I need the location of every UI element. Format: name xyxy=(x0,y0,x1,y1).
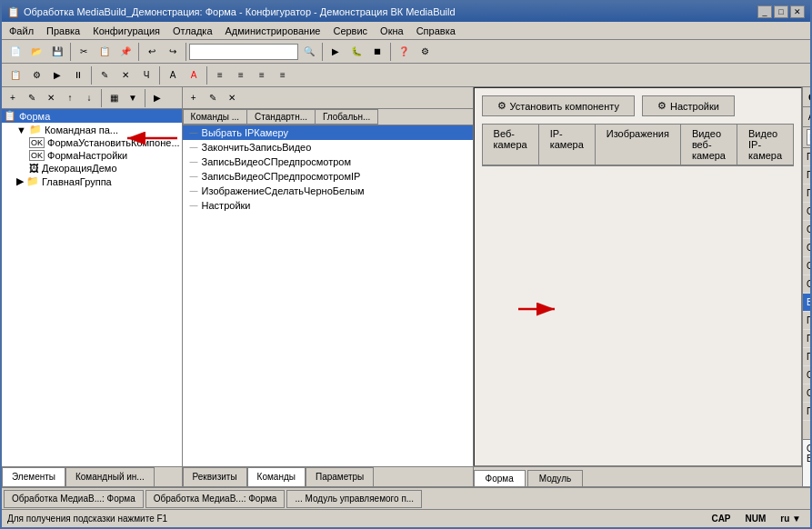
toolbar2-btn1[interactable]: 📋 xyxy=(5,65,25,85)
taskbar-btn-3[interactable]: ... Модуль управляемого п... xyxy=(286,490,422,508)
menu-service[interactable]: Сервис xyxy=(327,23,373,39)
form-tab-ipcam[interactable]: IP-камера xyxy=(539,124,596,165)
menu-debug[interactable]: Отладка xyxy=(167,23,217,39)
toolbar-search-input[interactable] xyxy=(189,44,298,60)
form-tab-webcam[interactable]: Веб-камера xyxy=(482,124,539,165)
toolbar-new[interactable]: 📄 xyxy=(5,42,25,62)
tab-form[interactable]: Форма xyxy=(474,470,526,486)
toolbar-copy[interactable]: 📋 xyxy=(95,42,115,62)
minimize-button[interactable]: _ xyxy=(757,5,772,18)
menu-admin[interactable]: Администрирование xyxy=(220,23,326,39)
toolbar2-btn7[interactable]: Ч xyxy=(136,65,156,85)
form-btn-install-icon: ⚙ xyxy=(497,100,506,112)
toolbar-undo[interactable]: ↩ xyxy=(142,42,162,62)
cmd-add-btn[interactable]: + xyxy=(185,90,203,106)
menu-help[interactable]: Справка xyxy=(411,23,461,39)
cmd-item-settings[interactable]: — Настройки xyxy=(183,198,473,213)
cmd-item-bw[interactable]: — ИзображениеСделатьЧерноБелым xyxy=(183,184,473,198)
toolbar-stop[interactable]: ⏹ xyxy=(367,42,387,62)
toolbar-paste[interactable]: 📌 xyxy=(115,42,135,62)
toolbar-redo[interactable]: ↪ xyxy=(163,42,183,62)
cmd-item-stop-video[interactable]: — ЗакончитьЗаписьВидео xyxy=(183,140,473,155)
toolbar2-btn6[interactable]: ✕ xyxy=(115,65,135,85)
tree-item-forma[interactable]: 📋 Форма xyxy=(2,109,182,123)
toolbar2-align1[interactable]: ≡ xyxy=(210,65,230,85)
tree-add-btn[interactable]: + xyxy=(4,90,22,106)
toolbar-save[interactable]: 💾 xyxy=(47,42,67,62)
toolbar-search-btn[interactable]: 🔍 xyxy=(299,42,319,62)
tab-commands[interactable]: Команды xyxy=(247,467,306,486)
toolbar-extra2[interactable]: ⚙ xyxy=(415,42,435,62)
props-description: Обработка события от внешнего компонента… xyxy=(803,439,810,486)
prop-row-6: ОбработкаЗаписи ▼ 🔍 xyxy=(803,257,810,275)
tree-edit-btn[interactable]: ✎ xyxy=(23,90,41,106)
prop-row-11: ПриЗагрузкеДанн ▼ 🔍 xyxy=(803,348,810,366)
toolbar2-btn5[interactable]: ✎ xyxy=(95,65,115,85)
toolbar2-align3[interactable]: ≡ xyxy=(252,65,272,85)
tree-toolbar: + ✎ ✕ ↑ ↓ ▦ ▼ ▶ xyxy=(2,87,182,109)
toolbar2-btn2[interactable]: ⚙ xyxy=(26,65,46,85)
tab-requisites[interactable]: Реквизиты xyxy=(183,467,247,486)
tree-delete-btn[interactable]: ✕ xyxy=(42,90,60,106)
form-tab-images[interactable]: Изображения xyxy=(596,124,681,165)
tree-extra-btn[interactable]: ▶ xyxy=(148,90,166,106)
tree-item-forma-set[interactable]: OK ФормаУстановитьКомпоне... xyxy=(2,136,182,149)
tab-elements[interactable]: Элементы xyxy=(2,467,65,486)
cmd-tab-btn-commands[interactable]: Команды ... xyxy=(183,109,247,125)
form-btn-install-label: Установить компоненту xyxy=(510,101,619,112)
close-button[interactable]: ✕ xyxy=(790,5,805,18)
menu-windows[interactable]: Окна xyxy=(375,23,409,39)
window-title: Обработка MediaBuild_Демонстрация: Форма… xyxy=(24,6,456,17)
taskbar-label-2: Обработка МедиаB...: Форма xyxy=(154,494,277,504)
toolbar2-align4[interactable]: ≡ xyxy=(273,65,293,85)
taskbar-btn-2[interactable]: Обработка МедиаB...: Форма xyxy=(145,490,286,508)
cmd-item-select-ip[interactable]: — Выбрать IPКамеру xyxy=(183,125,473,140)
tree-up-btn[interactable]: ↑ xyxy=(61,90,79,106)
tree-down-btn[interactable]: ↓ xyxy=(80,90,98,106)
tree-item-deco[interactable]: 🖼 ДекорацияДемо xyxy=(2,162,182,175)
toolbar-extra1[interactable]: ❓ xyxy=(394,42,414,62)
tree-item-forma-settings[interactable]: OK ФормаНастройки xyxy=(2,149,182,162)
mid-top: + ✎ ✕ Команды ... Стандартн... Глобальн.… xyxy=(183,87,810,486)
cmd-list: — Выбрать IPКамеру — ЗакончитьЗаписьВиде… xyxy=(183,125,473,466)
toolbar2-btn4[interactable]: ⏸ xyxy=(68,65,88,85)
toolbar-run[interactable]: ▶ xyxy=(326,42,346,62)
cmd-delete-btn[interactable]: ✕ xyxy=(223,90,241,106)
prop-name-6: ОбработкаЗаписи xyxy=(803,257,810,274)
tree-item-main-group[interactable]: ▶ 📁 ГлавнаяГруппа xyxy=(2,175,182,188)
cmd-tab-btn-standard[interactable]: Стандартн... xyxy=(247,109,316,125)
props-az-btn[interactable]: AZ xyxy=(805,109,810,125)
tree-item-cmd-panel[interactable]: ▼ 📁 Командная па... xyxy=(2,123,182,136)
toolbar-debug[interactable]: 🐛 xyxy=(346,42,366,62)
cmd-tab-btn-global[interactable]: Глобальн... xyxy=(316,109,378,125)
cmd-item-record-preview[interactable]: — ЗаписьВидеоСПредпросмотром xyxy=(183,155,473,169)
toolbar-open[interactable]: 📂 xyxy=(26,42,46,62)
toolbar2-color[interactable]: A xyxy=(184,65,204,85)
tab-params[interactable]: Параметры xyxy=(306,467,374,486)
status-lang[interactable]: ru ▼ xyxy=(777,513,805,524)
props-search-input[interactable] xyxy=(807,129,810,145)
tab-cmd-interface[interactable]: Командный ин... xyxy=(65,467,155,486)
form-tab-videoip[interactable]: Видео IP-камера xyxy=(737,124,794,165)
form-tab-videoweb[interactable]: Видео веб-камера xyxy=(681,124,737,165)
maximize-button[interactable]: □ xyxy=(774,5,788,18)
menu-file[interactable]: Файл xyxy=(4,23,39,39)
toolbar-cut[interactable]: ✂ xyxy=(74,42,94,62)
prop-row-14: ПриИзмененииПар ▼ 🔍 xyxy=(803,403,810,421)
form-btn-install[interactable]: ⚙ Установить компоненту xyxy=(482,95,635,116)
tab-module[interactable]: Модуль xyxy=(527,470,583,486)
taskbar-btn-1[interactable]: Обработка МедиаB...: Форма xyxy=(4,490,144,508)
form-buttons-row: ⚙ Установить компоненту ⚙ Настройки xyxy=(482,95,795,116)
form-btn-settings[interactable]: ⚙ Настройки xyxy=(642,95,735,116)
cmd-item-record-ip[interactable]: — ЗаписьВидеоСПредпросмотромIP xyxy=(183,169,473,184)
toolbar2-align2[interactable]: ≡ xyxy=(231,65,251,85)
toolbar2-btn3[interactable]: ▶ xyxy=(47,65,67,85)
prop-name-2: ПриЗакрытии xyxy=(803,185,810,202)
prop-name-3: ОбработкаВыбора xyxy=(803,203,810,220)
menu-config[interactable]: Конфигурация xyxy=(87,23,165,39)
cmd-edit-btn[interactable]: ✎ xyxy=(204,90,222,106)
toolbar2-btn8[interactable]: A xyxy=(163,65,183,85)
tree-table-btn[interactable]: ▦ xyxy=(105,90,123,106)
menu-edit[interactable]: Правка xyxy=(41,23,85,39)
tree-menu-btn[interactable]: ▼ xyxy=(124,90,142,106)
